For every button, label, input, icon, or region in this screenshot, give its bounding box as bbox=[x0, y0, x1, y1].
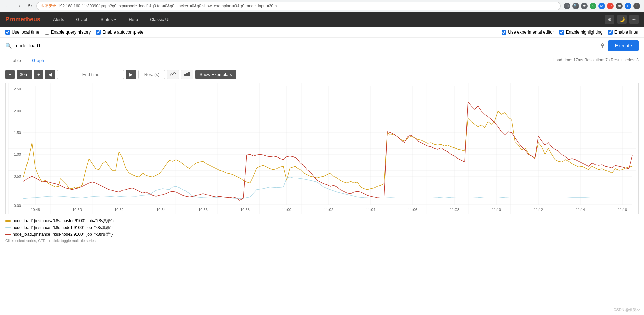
graph-toolbar: − 30m + ◀ ▶ Show Exemplars bbox=[0, 66, 644, 83]
nav-status[interactable]: Status ▼ bbox=[98, 16, 119, 23]
chart-svg: 2.50 2.00 1.50 1.00 0.50 0.00 10:48 10:5… bbox=[6, 83, 638, 214]
next-time-button[interactable]: ▶ bbox=[126, 70, 136, 79]
show-exemplars-button[interactable]: Show Exemplars bbox=[195, 70, 236, 79]
browser-icon-menu[interactable]: ⋮ bbox=[633, 3, 640, 9]
settings-right: Use experimental editor Enable highlight… bbox=[502, 29, 639, 35]
svg-text:0.50: 0.50 bbox=[14, 174, 21, 178]
tab-graph[interactable]: Graph bbox=[26, 55, 49, 66]
legend-item-0[interactable]: node_load1{instance="k8s-master:9100", j… bbox=[5, 218, 639, 224]
nav-help[interactable]: Help bbox=[126, 16, 141, 23]
browser-icon-7[interactable]: ⊕ bbox=[616, 3, 623, 9]
svg-text:11:08: 11:08 bbox=[450, 208, 459, 212]
browser-icon-4[interactable]: S bbox=[590, 3, 596, 9]
svg-text:11:00: 11:00 bbox=[282, 208, 291, 212]
svg-text:10:54: 10:54 bbox=[156, 208, 166, 212]
svg-text:10:50: 10:50 bbox=[72, 208, 82, 212]
legend-color-2 bbox=[5, 234, 11, 235]
nav-icons: ⚙ 🌙 ☀ bbox=[605, 15, 639, 24]
legend-hint: Click: select series, CTRL + click: togg… bbox=[5, 239, 639, 243]
svg-rect-3 bbox=[8, 83, 636, 214]
range-label: 30m bbox=[17, 70, 32, 79]
svg-text:10:52: 10:52 bbox=[114, 208, 124, 212]
browser-icon-2[interactable]: 🔍 bbox=[572, 3, 579, 9]
mic-icon[interactable]: 🎙 bbox=[600, 43, 605, 49]
legend: node_load1{instance="k8s-master:9100", j… bbox=[0, 214, 644, 247]
search-bar: 🔍 🎙 Execute bbox=[0, 38, 644, 54]
nav-classic-ui[interactable]: Classic UI bbox=[147, 16, 172, 23]
svg-text:0.00: 0.00 bbox=[14, 204, 21, 208]
tab-table[interactable]: Table bbox=[5, 55, 26, 66]
legend-item-1[interactable]: node_load1{instance="k8s-node1:9100", jo… bbox=[5, 225, 639, 231]
load-info: Load time: 17ms Resolution: 7s Result se… bbox=[553, 58, 639, 64]
prometheus-logo: Prometheus bbox=[5, 16, 40, 23]
security-warning: ⚠ 不安全 bbox=[41, 3, 56, 8]
svg-rect-1 bbox=[186, 73, 188, 76]
back-button[interactable]: ← bbox=[4, 2, 12, 10]
stacked-chart-button[interactable] bbox=[181, 70, 193, 79]
svg-rect-0 bbox=[184, 74, 186, 76]
enable-query-history-checkbox[interactable]: Enable query history bbox=[45, 29, 91, 35]
svg-text:11:14: 11:14 bbox=[576, 208, 585, 212]
increase-range-button[interactable]: + bbox=[34, 70, 43, 79]
settings-icon-btn[interactable]: ⚙ bbox=[605, 15, 614, 24]
svg-text:1.50: 1.50 bbox=[14, 131, 21, 135]
reload-button[interactable]: ↻ bbox=[25, 2, 34, 10]
browser-icon-1[interactable]: ⊞ bbox=[564, 3, 570, 9]
legend-label-1: node_load1{instance="k8s-node1:9100", jo… bbox=[13, 225, 113, 231]
legend-color-1 bbox=[5, 227, 11, 228]
forward-button[interactable]: → bbox=[15, 2, 23, 10]
browser-icon-3[interactable]: ★ bbox=[581, 3, 588, 9]
svg-text:2.00: 2.00 bbox=[14, 109, 21, 113]
browser-icon-8[interactable]: F bbox=[625, 3, 631, 9]
svg-text:11:06: 11:06 bbox=[408, 208, 417, 212]
status-chevron: ▼ bbox=[113, 18, 117, 21]
address-bar[interactable]: ⚠ 不安全 192.168.160.11:30090/graph?g0.expr… bbox=[36, 2, 561, 10]
svg-text:11:12: 11:12 bbox=[534, 208, 543, 212]
svg-text:1.00: 1.00 bbox=[14, 152, 21, 156]
svg-text:11:10: 11:10 bbox=[492, 208, 501, 212]
search-icon: 🔍 bbox=[5, 43, 12, 49]
svg-text:10:56: 10:56 bbox=[198, 208, 208, 212]
browser-icon-6[interactable]: IP bbox=[607, 3, 614, 9]
resolution-input[interactable] bbox=[138, 70, 165, 79]
decrease-range-button[interactable]: − bbox=[5, 70, 15, 79]
nav-graph[interactable]: Graph bbox=[73, 16, 91, 23]
svg-text:10:48: 10:48 bbox=[31, 208, 40, 212]
url-text: 192.168.160.11:30090/graph?g0.expr=node_… bbox=[58, 4, 277, 8]
browser-icons: ⊞ 🔍 ★ S M IP ⊕ F ⋮ bbox=[564, 3, 640, 9]
tabs-row: Table Graph Load time: 17ms Resolution: … bbox=[0, 54, 644, 66]
execute-button[interactable]: Execute bbox=[608, 40, 639, 51]
legend-color-0 bbox=[5, 220, 11, 222]
legend-label-0: node_load1{instance="k8s-master:9100", j… bbox=[13, 218, 114, 224]
enable-linter-checkbox[interactable]: Enable linter bbox=[608, 29, 639, 35]
svg-text:11:04: 11:04 bbox=[366, 208, 375, 212]
line-chart-button[interactable] bbox=[167, 70, 179, 79]
svg-rect-2 bbox=[188, 72, 190, 76]
prev-time-button[interactable]: ◀ bbox=[45, 70, 55, 79]
query-input[interactable] bbox=[15, 41, 597, 50]
theme-moon-btn[interactable]: 🌙 bbox=[617, 15, 627, 24]
prometheus-navbar: Prometheus Alerts Graph Status ▼ Help Cl… bbox=[0, 12, 644, 27]
use-experimental-editor-checkbox[interactable]: Use experimental editor bbox=[502, 29, 554, 35]
browser-bar: ← → ↻ ⚠ 不安全 192.168.160.11:30090/graph?g… bbox=[0, 0, 644, 12]
enable-highlighting-checkbox[interactable]: Enable highlighting bbox=[559, 29, 603, 35]
settings-bar: Use local time Enable query history Enab… bbox=[0, 27, 644, 38]
end-time-input[interactable] bbox=[57, 70, 124, 79]
use-local-time-checkbox[interactable]: Use local time bbox=[5, 29, 39, 35]
svg-text:11:02: 11:02 bbox=[324, 208, 333, 212]
svg-text:11:16: 11:16 bbox=[618, 208, 627, 212]
nav-alerts[interactable]: Alerts bbox=[50, 16, 67, 23]
browser-icon-5[interactable]: M bbox=[598, 3, 605, 9]
legend-label-2: node_load1{instance="k8s-node2:9100", jo… bbox=[13, 232, 113, 237]
chart-container: 2.50 2.00 1.50 1.00 0.50 0.00 10:48 10:5… bbox=[5, 83, 639, 214]
legend-item-2[interactable]: node_load1{instance="k8s-node2:9100", jo… bbox=[5, 232, 639, 237]
svg-text:2.50: 2.50 bbox=[14, 87, 21, 91]
svg-text:10:58: 10:58 bbox=[240, 208, 250, 212]
enable-autocomplete-checkbox[interactable]: Enable autocomplete bbox=[96, 29, 143, 35]
theme-sun-btn[interactable]: ☀ bbox=[629, 15, 639, 24]
